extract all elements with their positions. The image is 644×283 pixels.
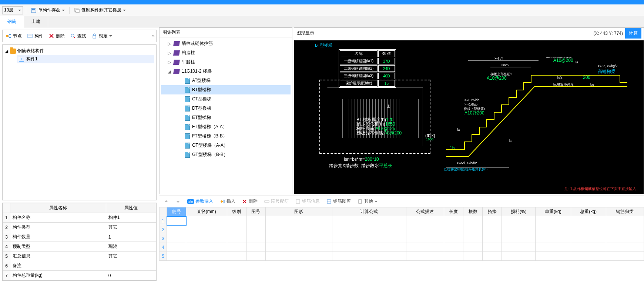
svg-rect-1	[32, 9, 35, 10]
floor-select[interactable]: 13层	[2, 6, 23, 14]
expand-icon: ▷	[168, 41, 171, 46]
coord-display: (X: 443 Y: 774)	[593, 31, 623, 36]
svg-rect-3	[76, 9, 79, 13]
info-icon	[295, 199, 301, 204]
col-header[interactable]: 钢筋归类	[606, 207, 644, 216]
gallery-item[interactable]: FT型楼梯（A-A）	[161, 122, 291, 131]
gallery-item[interactable]: ▷牛腿柱	[161, 57, 291, 67]
expand-icon: ▷	[168, 60, 171, 65]
gallery-item[interactable]: ▷墙柱或砌体拉筋	[161, 39, 291, 48]
book-icon	[173, 50, 180, 56]
prop-row[interactable]: 1构件名称构件1	[3, 213, 156, 223]
col-header[interactable]: 总重(kg)	[571, 207, 606, 216]
component-button[interactable]: 构件	[26, 32, 45, 40]
tab-civil[interactable]: 土建	[24, 16, 48, 27]
col-header[interactable]: 根数	[463, 207, 483, 216]
svg-rect-37	[265, 201, 269, 202]
col-header[interactable]: 单重(kg)	[536, 207, 571, 216]
col-header[interactable]: 计算公式	[332, 207, 406, 216]
sheet-icon	[185, 87, 190, 93]
save-component-button[interactable]: 单构件存盘	[29, 6, 66, 14]
col-header[interactable]: 搭接	[483, 207, 502, 216]
sheet-icon	[185, 124, 190, 130]
chevron-down-icon	[109, 35, 112, 37]
col-header[interactable]: 图号	[246, 207, 265, 216]
svg-rect-39	[327, 200, 331, 203]
svg-text:>=5d, >=bg/2: >=5d, >=bg/2	[598, 64, 618, 68]
prop-row[interactable]: 5汇总信息其它	[3, 252, 156, 261]
nav-up-button[interactable]	[162, 198, 170, 205]
rebar-table[interactable]: 筋号直径(mm)级别图号图形计算公式公式描述长度根数搭接损耗(%)单重(kg)总…	[159, 207, 644, 283]
tree-item[interactable]: + 构件1	[17, 55, 154, 63]
gallery-item[interactable]: CT型楼梯	[161, 94, 291, 104]
copy-component-button[interactable]: 复制构件到其它楼层	[73, 6, 127, 14]
gallery-item[interactable]: GT型楼梯（B-B）	[161, 150, 291, 159]
nav-down-button[interactable]	[174, 198, 182, 205]
param-input-button[interactable]: a|e 参数输入	[186, 197, 215, 205]
table-row[interactable]: 4	[160, 243, 644, 252]
svg-rect-38	[296, 200, 300, 203]
svg-text:ln:梯板净跨度: ln:梯板净跨度	[553, 83, 574, 86]
other-button[interactable]: 其他	[356, 197, 379, 205]
gallery-item[interactable]: FT型楼梯（B-B）	[161, 131, 291, 141]
gallery-item[interactable]: ◢11G101-2 楼梯	[161, 67, 291, 76]
col-header[interactable]: 长度	[444, 207, 463, 216]
prop-row[interactable]: 6备注	[3, 261, 156, 271]
sheet-icon	[185, 78, 190, 84]
col-header[interactable]: 筋号	[167, 207, 186, 216]
tree-root[interactable]: ◢ 钢筋表格构件	[5, 47, 154, 55]
prop-row[interactable]: 2构件类型其它	[3, 223, 156, 232]
gallery-item[interactable]: AT型楼梯	[161, 76, 291, 85]
insert-button[interactable]: 插入	[218, 197, 237, 205]
table-row[interactable]: 5	[160, 252, 644, 261]
gallery-title: 图集列表	[160, 28, 292, 37]
node-button[interactable]: 节点	[4, 32, 23, 40]
find-button[interactable]: 查找	[68, 32, 88, 40]
table-row[interactable]: 3	[160, 234, 644, 243]
svg-text:高端梯梁: 高端梯梁	[598, 69, 616, 74]
gallery-panel: 图集列表 ▷墙柱或砌体拉筋▷构造柱▷牛腿柱◢11G101-2 楼梯AT型楼梯BT…	[159, 27, 292, 194]
more-icon[interactable]: »	[152, 33, 155, 39]
gallery-item[interactable]: GT型楼梯（A-A）	[161, 141, 291, 150]
gallery-tree[interactable]: ▷墙柱或砌体拉筋▷构造柱▷牛腿柱◢11G101-2 楼梯AT型楼梯BT型楼梯CT…	[160, 37, 292, 194]
col-header[interactable]: 损耗(%)	[502, 207, 536, 216]
table-row[interactable]: 1	[160, 216, 644, 225]
lock-button[interactable]: 锁定	[90, 32, 114, 40]
svg-text:la: la	[457, 128, 460, 131]
book-icon	[173, 69, 180, 74]
plus-icon: +	[19, 57, 24, 62]
diagram-canvas[interactable]: BT型楼梯: 名 称数 值 一级钢筋锚固(la1)27D二级钢筋锚固(la2)2…	[294, 40, 644, 194]
svg-rect-5	[9, 34, 11, 35]
stair-section: >=ln/4 lsn/5 梯板上部纵筋2 A10@200 >=0.25lab >…	[442, 57, 635, 160]
gallery-item[interactable]: ET型楼梯	[161, 113, 291, 122]
rebar-info-button[interactable]: 钢筋信息	[294, 197, 321, 205]
component-tree: ◢ 钢筋表格构件 + 构件1	[2, 44, 157, 200]
prop-row[interactable]: 3构件数量1	[3, 232, 156, 242]
delete-icon	[242, 199, 247, 204]
collapse-icon: ◢	[5, 49, 9, 54]
diagram-note: 注: 1.故梯板钢筋信息也可在下页中直接输入。	[564, 186, 640, 192]
col-header[interactable]: 直径(mm)	[186, 207, 227, 216]
prop-row[interactable]: 4预制类型现浇	[3, 242, 156, 252]
rebar-lib-button[interactable]: 钢筋图库	[325, 197, 352, 205]
insert-icon	[220, 199, 225, 204]
svg-text:la: la	[576, 60, 578, 64]
col-header[interactable]: 公式描述	[406, 207, 444, 216]
calculate-button[interactable]: 计算	[625, 28, 641, 39]
table-row[interactable]: 2	[160, 225, 644, 234]
prop-row[interactable]: 7构件总重量(kg)0	[3, 271, 156, 280]
gallery-item[interactable]: BT型楼梯	[161, 85, 291, 94]
col-header[interactable]: 级别	[227, 207, 246, 216]
component-icon	[27, 33, 33, 39]
search-icon	[70, 33, 76, 39]
delete-button[interactable]: 删除	[47, 32, 66, 40]
scale-button[interactable]: 缩尺配筋	[263, 197, 290, 205]
dim-ln4: >=ln/4	[494, 57, 503, 60]
left-panel: 节点 构件 删除 查找 锁定 » ◢	[0, 27, 159, 283]
delete-row-button[interactable]: 删除	[241, 197, 259, 205]
gallery-item[interactable]: DT型楼梯	[161, 104, 291, 113]
tab-rebar[interactable]: 钢筋	[0, 16, 24, 27]
col-header[interactable]: 图形	[265, 207, 332, 216]
main-toolbar: 13层 单构件存盘 复制构件到其它楼层	[0, 4, 644, 16]
gallery-item[interactable]: ▷构造柱	[161, 48, 291, 57]
